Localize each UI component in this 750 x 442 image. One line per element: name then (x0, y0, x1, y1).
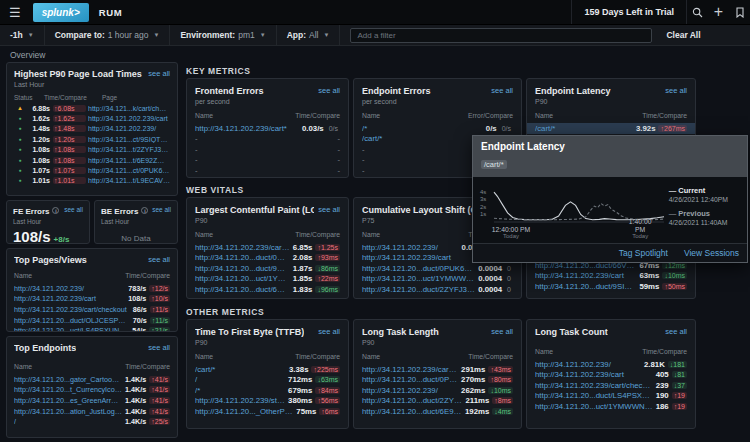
see-all-link[interactable]: see all (318, 205, 340, 214)
row-link[interactable]: http://34.121.20...duct/0PUK6V6EV0 (195, 253, 290, 262)
add-icon[interactable]: + (708, 0, 729, 24)
row-link[interactable]: http://34.121.202.239/ (535, 360, 641, 369)
view-sessions-link[interactable]: View Sessions (684, 248, 739, 258)
filter-input[interactable] (350, 28, 652, 43)
row-link[interactable]: http://34.121.20...duct/2ZYFJ3GM2N (362, 396, 462, 405)
row-link[interactable]: /* (362, 124, 483, 133)
panel-subtitle: Last Hour (13, 218, 83, 226)
filter-bar: -1h▼ Compare to:1 hour ago▼ Environment:… (0, 25, 750, 46)
breadcrumb-overview[interactable]: Overview (10, 50, 45, 60)
row-link[interactable]: http://34.121.202.239/cart (535, 370, 653, 379)
row-link[interactable]: http://34.121.20...duct/9SIQT8TOJO (195, 264, 290, 273)
row-link[interactable]: http://34.121.202.239/cart (535, 271, 636, 280)
row-link[interactable]: http://34.121.20...duct/6E92ZMYYFZ (362, 407, 462, 416)
row-link[interactable]: http://34.121.202.239/ (362, 243, 459, 252)
row-link[interactable]: http://34.121.20...uct/1YMWWN1N4O (535, 402, 653, 411)
row-link[interactable]: http://34.121.20...es_GreenArrow.svg (14, 396, 122, 405)
row-link[interactable]: http://34.121.20...uct/LS4PSXUNUM (14, 326, 129, 332)
y-tick-label: 3s (480, 196, 486, 202)
search-icon[interactable] (687, 0, 708, 24)
page-link[interactable]: http://34.121.202.239/ (88, 125, 170, 132)
page-link[interactable]: http://34.121...t/2ZYFJ3GM2N (88, 146, 170, 153)
row-link[interactable]: http://34.121.20...duct/OLJCESPC7Z (14, 316, 130, 325)
table-row: /712ms↓63ms (195, 375, 340, 386)
see-all-link[interactable]: see all (665, 327, 687, 336)
row-link[interactable]: /* (195, 386, 285, 395)
row-link[interactable]: http://34.121.202.239/cart/checkout (195, 243, 290, 252)
row-link[interactable]: http://34.121.202.239/ (362, 386, 458, 395)
row-link[interactable]: /cart/* (535, 124, 633, 133)
row-link[interactable]: http://34.121.202.239/cart (362, 253, 475, 262)
app-value: All (309, 30, 318, 40)
see-all-link[interactable]: see all (318, 86, 340, 95)
clear-all-button[interactable]: Clear All (666, 30, 700, 40)
row-link[interactable]: http://34.121.20...uct/1YMWWN1N4O (362, 274, 475, 283)
info-icon[interactable]: i (52, 207, 59, 214)
row-delta: ↑41/s (149, 376, 170, 383)
row-link[interactable]: http://34.121.20...ation_JustLogo.svg (14, 407, 122, 416)
row-delta: ↑43ms (488, 366, 513, 373)
panel-subtitle: per second (195, 98, 340, 106)
row-value: 186 (656, 402, 669, 411)
table: http://34.121.20...gator_Cartoon.svg1.4K… (14, 374, 170, 427)
panel-lcp: Largest Contentful Paint (LCP) see all P… (186, 197, 349, 299)
app-dropdown[interactable]: App:All▼ (277, 25, 341, 45)
row-time: 6.88s (26, 105, 53, 112)
row-delta: ↑11/s (150, 306, 170, 313)
page-link[interactable]: http://34.121...ct/0PUK6V6EV0 (88, 167, 170, 174)
page-link[interactable]: http://34.121.202.239/cart (88, 115, 170, 122)
row-link[interactable]: http://34.121.202.239/cart/checkout (362, 365, 458, 374)
row-value: 3.92s (636, 124, 656, 133)
row-value: 291ms (461, 365, 485, 374)
row-link[interactable]: http://34.121.20...duct/9SIQT8TOJO (535, 282, 636, 291)
bookmark-icon[interactable] (729, 0, 750, 24)
row-link[interactable]: / (195, 375, 285, 384)
row-link[interactable]: http://34.121.20...gator_Cartoon.svg (14, 375, 122, 384)
see-all-link[interactable]: see all (318, 327, 340, 336)
page-link[interactable]: http://34.121...k/cart/checkout (88, 105, 170, 112)
see-all-link[interactable]: see all (665, 86, 687, 95)
see-all-link[interactable]: see all (148, 343, 170, 352)
table-row: ●1.07s↑1.07shttp://34.121...ct/0PUK6V6EV… (14, 165, 170, 175)
row-link[interactable]: http://34.121.202.239/cart* (195, 124, 299, 133)
row-time: 1.01s (26, 177, 53, 184)
row-link[interactable]: http://34.121.202.239/cart/checkout (535, 381, 653, 390)
table-header: NameTime/Compare (195, 112, 340, 120)
row-delta: ↑1.20s (53, 136, 86, 143)
row-delta: ↑10/s (149, 295, 170, 302)
row-link[interactable]: http://34.121.202.239/ (14, 284, 125, 293)
info-icon[interactable]: i (141, 207, 148, 214)
see-all-link[interactable]: see all (491, 327, 513, 336)
row-link[interactable]: /cart/* (195, 365, 286, 374)
row-value: 3.38s (289, 365, 309, 374)
compare-to-dropdown[interactable]: Compare to:1 hour ago▼ (45, 25, 171, 45)
panel-title: Top Pages/Views (14, 255, 87, 266)
tag-spotlight-link[interactable]: Tag Spotlight (619, 248, 668, 258)
see-all-link[interactable]: see all (148, 69, 170, 78)
time-range-dropdown[interactable]: -1h▼ (0, 25, 45, 45)
row-link[interactable]: http://34.121.20...duct/6E92ZMYYFZ (195, 285, 290, 294)
row-link[interactable]: / (14, 417, 122, 426)
see-all-link[interactable]: see all (64, 206, 83, 213)
splunk-logo: splunk> (33, 3, 89, 22)
see-all-link[interactable]: see all (148, 255, 170, 264)
row-link[interactable]: http://34.121.20...duct/0PUK6V6EV0 (362, 264, 475, 273)
row-link[interactable]: http://34.121.202.239/cart (14, 294, 125, 303)
row-link[interactable]: http://34.121.202.239/cart/checkout (14, 305, 130, 314)
trial-badge: 159 Days Left in Trial (571, 0, 687, 24)
page-link[interactable]: http://34.121...t/L9ECAV7KIM (88, 177, 170, 184)
row-link[interactable]: http://34.121.20...uct/1YMWWN1N4O (195, 274, 290, 283)
row-link[interactable]: http://34.121.20...duct/0PUK6V6EV0 (362, 375, 458, 384)
row-delta: ↑1.01s (53, 177, 86, 184)
page-link[interactable]: http://34.121...t/6E92ZMYYFZ (88, 157, 170, 164)
row-link[interactable]: http://34.121.20...t_CurrencyIcon.svg (14, 385, 122, 394)
environment-dropdown[interactable]: Environment:pm1▼ (170, 25, 276, 45)
row-link[interactable]: http://34.121.20...duct/2ZYFJ3GM2N (362, 285, 475, 294)
see-all-link[interactable]: see all (491, 86, 513, 95)
menu-icon[interactable]: ☰ (9, 6, 21, 19)
row-link[interactable]: http://34.121.20...duct/LS4PSXUNUM (535, 391, 653, 400)
row-link[interactable]: http://34.121.20..._OtherProducts.svg (195, 407, 293, 416)
page-link[interactable]: http://34.121...ct/9SIQT8TOJO (88, 136, 170, 143)
row-link[interactable]: http://34.121.202.239/static/icons/* (195, 396, 285, 405)
see-all-link[interactable]: see all (152, 206, 171, 213)
